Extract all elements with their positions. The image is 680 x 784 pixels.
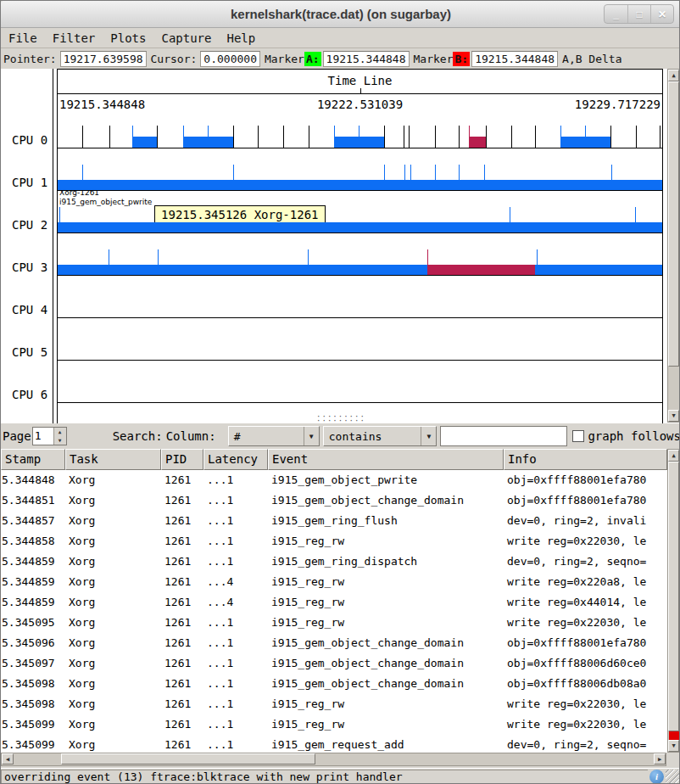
table-row[interactable]: 5.344858Xorg1261...1i915_reg_rwwrite reg…	[1, 531, 667, 552]
table-row[interactable]: 5.345097Xorg1261...1i915_gem_object_chan…	[1, 653, 667, 674]
cpu-row-4[interactable]	[58, 288, 662, 317]
cell-latency: ...1	[203, 470, 268, 490]
event-tick	[309, 126, 309, 148]
table-row[interactable]: 5.344859Xorg1261...4i915_reg_rwwrite reg…	[1, 592, 667, 613]
cell-latency: ...1	[203, 653, 268, 674]
info-icon[interactable]: i	[649, 770, 664, 784]
event-tick	[208, 126, 209, 148]
table-row[interactable]: 5.345098Xorg1261...1i915_reg_rwwrite reg…	[1, 694, 667, 714]
spinner-down-icon[interactable]: ▼	[54, 436, 66, 445]
graph-vertical-scrollbar[interactable]: ▲ ▼	[667, 69, 680, 423]
close-icon[interactable]: ✕	[650, 5, 673, 23]
table-row[interactable]: 5.345095Xorg1261...1i915_reg_rwwrite reg…	[1, 613, 667, 633]
title-bar[interactable]: kernelshark(trace.dat) (on sugarbay) _ □…	[1, 1, 680, 28]
cell-stamp: 5.344858	[1, 531, 65, 552]
event-tick	[132, 126, 133, 148]
scroll-up-icon[interactable]: ▲	[668, 450, 679, 462]
cell-event: i915_gem_object_pwrite	[268, 470, 504, 490]
cpu-row-2[interactable]	[58, 204, 662, 232]
event-tick	[611, 165, 612, 180]
event-tick	[435, 126, 436, 148]
pane-resize-handle[interactable]: ··················	[316, 415, 365, 423]
cell-pid: 1261	[161, 735, 203, 753]
cell-task: Xorg	[65, 490, 161, 511]
task-bar	[58, 180, 662, 190]
cell-latency: ...1	[203, 531, 268, 552]
column-header-event[interactable]: Event	[268, 449, 504, 470]
table-row[interactable]: 5.345099Xorg1261...1i915_gem_request_add…	[1, 735, 667, 753]
column-header-latency[interactable]: Latency	[203, 449, 268, 470]
graph-follows-checkbox[interactable]	[572, 430, 584, 442]
cpu-row-6[interactable]	[58, 373, 662, 402]
column-header-task[interactable]: Task	[65, 449, 161, 470]
resize-grip-icon[interactable]	[666, 770, 680, 784]
maximize-icon[interactable]: □	[627, 5, 650, 23]
event-tick	[59, 207, 60, 222]
scroll-up-icon[interactable]: ▲	[668, 70, 679, 81]
table-hscrollbar-thumb[interactable]	[61, 753, 315, 764]
marker-a-badge[interactable]: A:	[304, 52, 321, 66]
event-tick	[157, 126, 158, 148]
table-row[interactable]: 5.345099Xorg1261...1i915_reg_rwwrite reg…	[1, 714, 667, 735]
delta-label: A,B Delta	[560, 53, 623, 65]
scroll-down-icon[interactable]: ▼	[668, 740, 679, 752]
table-row[interactable]: 5.344859Xorg1261...4i915_reg_rwwrite reg…	[1, 572, 667, 592]
menu-item-filter[interactable]: Filter	[45, 30, 103, 47]
task-bar	[58, 222, 662, 232]
menu-item-help[interactable]: Help	[219, 30, 263, 47]
menu-item-capture[interactable]: Capture	[153, 30, 219, 47]
cpu-row-0[interactable]	[58, 119, 662, 148]
minimize-icon[interactable]: _	[605, 5, 627, 23]
event-tick	[610, 126, 611, 148]
table-scrollbar-thumb[interactable]	[668, 462, 679, 731]
column-header-stamp[interactable]: Stamp	[1, 449, 65, 470]
match-select[interactable]: contains ▼	[323, 426, 438, 446]
scroll-left-icon[interactable]: ◀	[2, 753, 14, 764]
marker-b-badge[interactable]: B:	[453, 52, 470, 66]
cpu-row-5[interactable]	[58, 331, 662, 360]
page-value[interactable]: 1	[33, 428, 53, 445]
event-tick	[404, 165, 405, 180]
status-message: overriding event (13) ftrace:blktrace wi…	[1, 770, 648, 784]
scroll-down-icon[interactable]: ▼	[668, 410, 679, 422]
table-row[interactable]: 5.344859Xorg1261...1i915_gem_ring_dispat…	[1, 552, 667, 572]
event-tick	[660, 126, 660, 148]
table-row[interactable]: 5.345098Xorg1261...1i915_gem_object_chan…	[1, 674, 667, 694]
search-input[interactable]	[440, 426, 567, 446]
table-row[interactable]: 5.345096Xorg1261...1i915_gem_object_chan…	[1, 633, 667, 653]
graph-scrollbar-thumb[interactable]	[668, 81, 679, 367]
marker-b-value: 19215.344848	[471, 51, 558, 67]
scroll-right-icon[interactable]: ▶	[654, 753, 666, 764]
cell-task: Xorg	[65, 470, 161, 490]
status-bar: overriding event (13) ftrace:blktrace wi…	[1, 768, 680, 784]
table-vertical-scrollbar[interactable]: ▲ ▼	[667, 449, 680, 753]
page-spinner[interactable]: 1 ▲ ▼	[32, 427, 67, 445]
column-header-pid[interactable]: PID	[161, 449, 203, 470]
spinner-up-icon[interactable]: ▲	[54, 428, 66, 436]
column-select[interactable]: # ▼	[228, 426, 320, 446]
column-header-info[interactable]: Info	[504, 449, 667, 470]
table-horizontal-scrollbar[interactable]: ◀ ▶	[1, 753, 666, 766]
event-tick	[484, 165, 485, 180]
cpu-baseline-4	[58, 317, 662, 318]
menu-item-plots[interactable]: Plots	[103, 30, 153, 47]
event-tick	[435, 165, 436, 180]
kernelshark-window: kernelshark(trace.dat) (on sugarbay) _ □…	[0, 0, 680, 784]
table-row[interactable]: 5.344857Xorg1261...1i915_gem_ring_flushd…	[1, 511, 667, 531]
cell-latency: ...1	[203, 490, 268, 511]
event-tick	[109, 126, 110, 148]
timeline-plot[interactable]: Time Line 19215.344848 19222.531039 1922…	[57, 69, 663, 423]
task-bar	[469, 137, 486, 148]
cell-stamp: 5.345098	[1, 694, 65, 714]
cpu-row-1[interactable]	[58, 161, 662, 190]
table-row[interactable]: 5.344851Xorg1261...1i915_gem_object_chan…	[1, 490, 667, 511]
table-row[interactable]: 5.344848Xorg1261...1i915_gem_object_pwri…	[1, 470, 667, 490]
cell-info: obj=0xffff88001efa780	[504, 490, 667, 511]
cell-info: obj=0xffff88006d60ce0	[504, 653, 667, 674]
menu-item-file[interactable]: File	[1, 30, 45, 47]
cell-stamp: 5.344859	[1, 552, 65, 572]
event-tick	[510, 207, 510, 222]
cell-task: Xorg	[65, 694, 161, 714]
cpu-row-3[interactable]	[58, 246, 662, 275]
cell-info: dev=0, ring=2, seqno=	[504, 735, 667, 753]
